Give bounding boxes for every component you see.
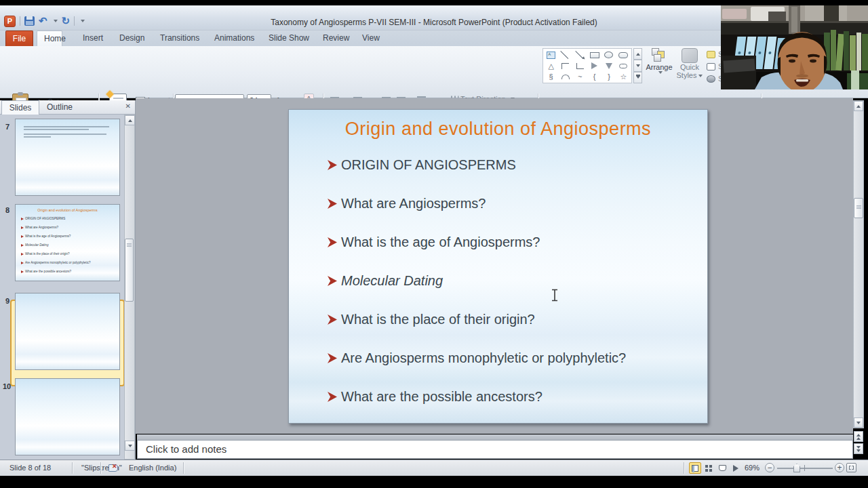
spellcheck-status-icon[interactable] <box>108 464 118 472</box>
down-arrow-shape-icon[interactable] <box>606 63 612 69</box>
shapes-more-button[interactable] <box>633 72 642 83</box>
arrange-button[interactable]: Arrange <box>646 48 673 74</box>
scroll-up-button[interactable] <box>854 101 863 111</box>
divider <box>20 16 20 26</box>
tab-transitions[interactable]: Transitions <box>153 30 206 46</box>
fit-to-window-button[interactable] <box>846 463 856 472</box>
slide-thumbnail-10[interactable] <box>15 378 120 455</box>
slide-thumbnail-9[interactable] <box>15 293 120 370</box>
oval-shape-icon[interactable] <box>604 52 613 58</box>
tab-file[interactable]: File <box>5 30 33 46</box>
tab-outline[interactable]: Outline <box>41 100 79 115</box>
quick-styles-icon <box>682 48 698 63</box>
arrow-line-shape-icon[interactable] <box>576 51 585 60</box>
zoom-slider-track[interactable] <box>777 468 833 469</box>
shapes-scroll-up[interactable] <box>633 48 642 60</box>
webcam-overlay <box>721 5 868 89</box>
cloud-shape-icon[interactable] <box>619 64 627 68</box>
zoom-slider-thumb[interactable] <box>793 464 800 472</box>
tab-slide-show[interactable]: Slide Show <box>262 30 316 46</box>
bullet-arrow-icon <box>328 237 337 247</box>
webcam-video <box>721 5 868 89</box>
tab-design[interactable]: Design <box>113 30 151 46</box>
star-shape-icon[interactable]: ☆ <box>620 73 627 80</box>
curve-shape-icon[interactable]: ~ <box>578 73 582 80</box>
notes-splitter[interactable] <box>137 434 853 440</box>
tab-slides-thumbnails[interactable]: Slides <box>1 100 39 115</box>
slide-bullet[interactable]: Molecular Dating <box>328 273 443 289</box>
elbow-connector-icon[interactable] <box>561 63 569 69</box>
next-slide-button[interactable] <box>854 443 863 454</box>
rectangle-shape-icon[interactable] <box>590 52 599 58</box>
scroll-down-button[interactable] <box>854 418 863 428</box>
tab-animations[interactable]: Animations <box>208 30 261 46</box>
shapes-scroll-down[interactable] <box>633 60 642 71</box>
language-indicator[interactable]: English (India) <box>129 464 176 472</box>
shape-fill-icon <box>707 51 715 58</box>
slide-title[interactable]: Origin and evolution of Angiosperms <box>289 119 707 140</box>
vertical-scrollbar-thumb[interactable] <box>854 198 863 218</box>
normal-view-button[interactable] <box>689 462 701 474</box>
window-title: Taxonomy of Angiosperms P-VII SEM-III - … <box>203 18 665 27</box>
rounded-rectangle-shape-icon[interactable] <box>618 52 628 58</box>
right-brace-shape-icon[interactable]: } <box>608 73 610 80</box>
thumbnail-title: Origin and evolution of Angiosperms <box>16 208 119 212</box>
slide-bullet[interactable]: ORIGIN OF ANGIOSPERMS <box>328 157 516 173</box>
slide-canvas[interactable]: Origin and evolution of Angiosperms ORIG… <box>288 109 708 424</box>
letterbox-top <box>0 0 868 5</box>
text-box-shape-icon[interactable]: A <box>547 52 555 59</box>
elbow-arrow-connector-icon[interactable] <box>576 63 584 69</box>
shapes-gallery-scroll[interactable] <box>633 48 642 83</box>
tab-view[interactable]: View <box>355 30 387 46</box>
tab-insert[interactable]: Insert <box>76 30 110 46</box>
status-bar: Slide 8 of 18 "Slipstream" English (Indi… <box>0 460 868 476</box>
tab-home[interactable]: Home <box>37 30 62 46</box>
tab-review[interactable]: Review <box>316 30 356 46</box>
slide-bullet[interactable]: What is the place of their origin? <box>328 312 535 327</box>
slide-thumbnail-7[interactable] <box>15 119 120 196</box>
slide-bullet[interactable]: Are Angiosperms monophyletic or polyphyl… <box>328 350 626 366</box>
reading-view-button[interactable] <box>716 462 728 474</box>
zoom-percentage[interactable]: 69% <box>745 464 760 472</box>
panel-scroll-down[interactable] <box>125 441 135 451</box>
zoom-in-button[interactable]: + <box>835 463 844 472</box>
zoom-slider-notch <box>804 465 805 471</box>
scribble-shape-icon[interactable]: § <box>549 73 553 80</box>
bullet-arrow-icon <box>328 276 337 286</box>
bullet-arrow-icon <box>328 353 337 363</box>
powerpoint-logo-icon[interactable]: P <box>4 16 16 27</box>
slide-number: 10 <box>3 382 11 390</box>
shape-outline-icon <box>707 63 715 70</box>
panel-tabs: Slides Outline ✕ <box>0 100 135 115</box>
slide-bullet[interactable]: What is the age of Angiosperms? <box>328 235 540 250</box>
slideshow-view-button[interactable] <box>730 462 742 474</box>
customize-qat-icon[interactable] <box>81 20 85 22</box>
panel-scroll-up[interactable] <box>125 115 135 125</box>
undo-icon[interactable]: ↶ <box>39 16 47 26</box>
slide-number: 7 <box>5 123 9 131</box>
save-icon[interactable] <box>24 16 35 26</box>
right-arrow-shape-icon[interactable] <box>591 62 597 69</box>
panel-scrollbar-thumb[interactable] <box>125 239 134 302</box>
divider <box>74 16 75 26</box>
slide-bullet[interactable]: What are Angiosperms? <box>328 196 486 211</box>
text-cursor-ibeam <box>551 289 559 302</box>
powerpoint-window: P ↶ ↻ Taxonomy of Angiosperms P-VII SEM-… <box>0 0 868 488</box>
previous-slide-button[interactable] <box>854 431 863 442</box>
quick-styles-button[interactable]: Quick Styles <box>675 48 704 79</box>
line-shape-icon[interactable] <box>561 51 570 60</box>
slide-thumbnail-8[interactable]: Origin and evolution of Angiosperms ORIG… <box>15 204 120 281</box>
shapes-gallery[interactable]: A △ § ~ { } ☆ <box>542 48 632 83</box>
notes-pane[interactable]: Click to add notes <box>137 440 853 459</box>
undo-dropdown-icon[interactable] <box>54 20 58 22</box>
close-panel-icon[interactable]: ✕ <box>125 102 131 110</box>
vertical-scrollbar[interactable] <box>853 100 864 428</box>
slide-sorter-view-button[interactable] <box>703 462 715 474</box>
quick-access-toolbar: P ↶ ↻ <box>4 15 85 27</box>
redo-icon[interactable]: ↻ <box>62 16 71 26</box>
zoom-out-button[interactable]: − <box>765 463 774 472</box>
slide-bullet[interactable]: What are the possible ancestors? <box>328 389 542 405</box>
triangle-shape-icon[interactable]: △ <box>548 62 553 69</box>
left-brace-shape-icon[interactable]: { <box>593 73 596 80</box>
arc-shape-icon[interactable] <box>561 75 570 79</box>
